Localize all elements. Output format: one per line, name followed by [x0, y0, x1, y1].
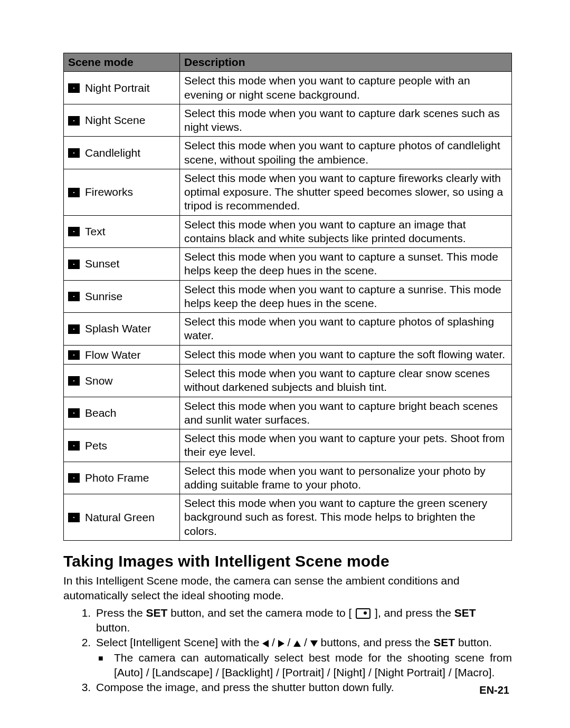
mode-label: Natural Green: [85, 511, 155, 523]
mode-cell: Pets: [64, 429, 180, 462]
mode-label: Text: [85, 225, 106, 237]
mode-icon: [68, 473, 80, 483]
mode-icon: [68, 116, 80, 126]
mode-icon: [68, 83, 80, 93]
table-row: TextSelect this mode when you want to ca…: [64, 215, 512, 248]
desc-cell: Select this mode when you want to captur…: [180, 137, 512, 169]
mode-cell: Sunset: [64, 248, 180, 281]
desc-cell: Select this mode when you want to captur…: [180, 280, 512, 313]
desc-cell: Select this mode when you want to captur…: [180, 397, 512, 429]
desc-cell: Select this mode when you want to captur…: [180, 72, 512, 104]
mode-cell: Night Portrait: [64, 72, 180, 104]
mode-label: Beach: [85, 407, 117, 419]
scene-mode-table: Scene mode Description Night PortraitSel…: [63, 53, 512, 541]
camera-icon: [356, 608, 370, 619]
table-row: FireworksSelect this mode when you want …: [64, 169, 512, 215]
mode-icon: [68, 227, 80, 236]
desc-cell: Select this mode when you want to captur…: [180, 429, 512, 462]
mode-icon: [68, 292, 80, 301]
desc-cell: Select this mode when you want to captur…: [180, 365, 512, 397]
mode-label: Flow Water: [85, 349, 140, 361]
mode-label: Fireworks: [85, 186, 133, 198]
desc-cell: Select this mode when you want to captur…: [180, 494, 512, 541]
table-row: BeachSelect this mode when you want to c…: [64, 397, 512, 429]
table-row: Night PortraitSelect this mode when you …: [64, 72, 512, 104]
mode-cell: Fireworks: [64, 169, 180, 215]
table-row: Natural GreenSelect this mode when you w…: [64, 494, 512, 541]
mode-label: Splash Water: [85, 323, 151, 335]
steps-list: Press the SET button, and set the camera…: [63, 606, 512, 695]
mode-cell: Photo Frame: [64, 462, 180, 494]
mode-icon: [68, 188, 80, 197]
table-row: SunriseSelect this mode when you want to…: [64, 280, 512, 313]
desc-cell: Select this mode when you want to captur…: [180, 169, 512, 215]
mode-label: Photo Frame: [85, 472, 149, 484]
desc-cell: Select this mode when you want to captur…: [180, 104, 512, 137]
mode-cell: Beach: [64, 397, 180, 429]
mode-label: Night Scene: [85, 114, 145, 127]
desc-cell: Select this mode when you want to captur…: [180, 248, 512, 281]
mode-cell: Flow Water: [64, 345, 180, 365]
mode-cell: Snow: [64, 365, 180, 397]
desc-cell: Select this mode when you want to captur…: [180, 215, 512, 248]
mode-icon: [68, 513, 80, 522]
mode-cell: Natural Green: [64, 494, 180, 541]
mode-label: Candlelight: [85, 147, 140, 159]
mode-cell: Sunrise: [64, 280, 180, 313]
mode-label: Sunrise: [85, 290, 122, 302]
step-2: Select [Intelligent Scene] with the / / …: [94, 635, 512, 680]
table-row: CandlelightSelect this mode when you wan…: [64, 137, 512, 169]
mode-icon: [68, 324, 80, 334]
down-arrow-icon: [310, 640, 318, 647]
mode-label: Night Portrait: [85, 82, 150, 94]
step-1: Press the SET button, and set the camera…: [94, 606, 512, 636]
desc-cell: Select this mode when you want to captur…: [180, 313, 512, 346]
mode-label: Snow: [85, 375, 113, 387]
mode-cell: Candlelight: [64, 137, 180, 169]
up-arrow-icon: [293, 640, 301, 647]
mode-cell: Splash Water: [64, 313, 180, 346]
table-header-mode: Scene mode: [64, 53, 180, 72]
mode-icon: [68, 260, 80, 269]
page-number: EN-21: [479, 684, 509, 696]
section-title: Taking Images with Intelligent Scene mod…: [63, 552, 512, 570]
left-arrow-icon: [262, 640, 269, 647]
right-arrow-icon: [278, 640, 284, 647]
mode-icon: [68, 148, 80, 158]
table-row: SnowSelect this mode when you want to ca…: [64, 365, 512, 397]
mode-icon: [68, 350, 80, 360]
mode-cell: Night Scene: [64, 104, 180, 137]
section-intro: In this Intelligent Scene mode, the came…: [63, 573, 512, 604]
table-row: Splash WaterSelect this mode when you wa…: [64, 313, 512, 346]
mode-label: Pets: [85, 439, 107, 452]
mode-cell: Text: [64, 215, 180, 248]
table-row: PetsSelect this mode when you want to ca…: [64, 429, 512, 462]
step-3: Compose the image, and press the shutter…: [94, 680, 512, 695]
mode-icon: [68, 376, 80, 386]
table-row: Flow WaterSelect this mode when you want…: [64, 345, 512, 365]
table-row: Photo FrameSelect this mode when you wan…: [64, 462, 512, 494]
table-row: SunsetSelect this mode when you want to …: [64, 248, 512, 281]
desc-cell: Select this mode when you want to person…: [180, 462, 512, 494]
table-header-desc: Description: [180, 53, 512, 72]
step-2-sub: The camera can automatically select best…: [114, 650, 512, 681]
table-row: Night SceneSelect this mode when you wan…: [64, 104, 512, 137]
mode-icon: [68, 408, 80, 418]
mode-icon: [68, 441, 80, 451]
mode-label: Sunset: [85, 258, 119, 270]
desc-cell: Select this mode when you want to captur…: [180, 345, 512, 365]
